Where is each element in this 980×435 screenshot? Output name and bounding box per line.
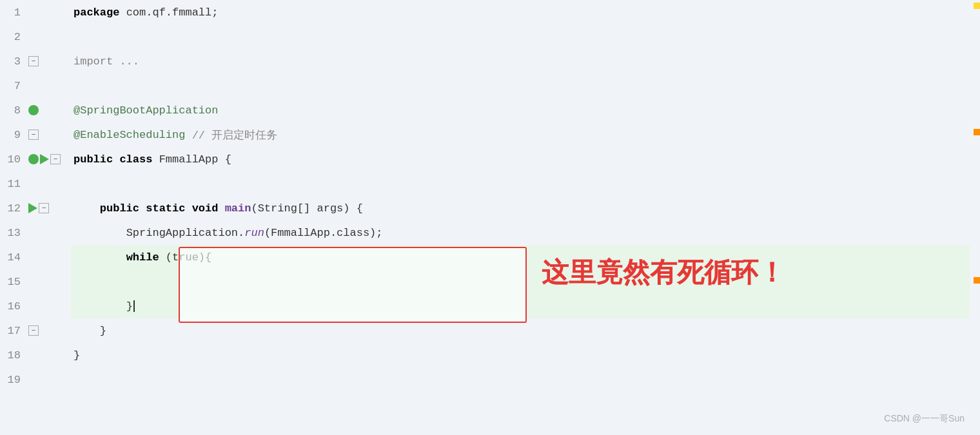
gutter-row: 14 xyxy=(0,245,71,269)
code-token: import ... xyxy=(74,55,139,68)
scrollbar[interactable] xyxy=(970,0,980,435)
code-token: } xyxy=(126,300,133,313)
line-number: 17 xyxy=(0,325,26,337)
gutter-row: 16 xyxy=(0,294,71,318)
gutter-icons xyxy=(26,105,58,115)
code-line: public static void main(String[] args) { xyxy=(71,196,970,220)
gutter-row: 8 xyxy=(0,98,71,122)
run-arrow-icon[interactable] xyxy=(40,154,49,164)
code-token: (FmmallApp.class); xyxy=(264,227,383,239)
indent xyxy=(74,325,100,337)
gutter-icons: − xyxy=(26,203,58,213)
gutter-row: 9− xyxy=(0,122,71,147)
code-line xyxy=(71,73,970,98)
gutter-row: 10− xyxy=(0,147,71,171)
code-line xyxy=(71,367,970,392)
code-token: @SpringBootApplication xyxy=(74,104,218,117)
code-area[interactable]: package com.qf.fmmall;import ...@SpringB… xyxy=(71,0,970,435)
code-token: @EnableScheduling xyxy=(74,129,192,141)
code-line xyxy=(71,269,970,294)
line-number: 15 xyxy=(0,276,26,288)
code-line: @SpringBootApplication xyxy=(71,98,970,122)
line-number: 9 xyxy=(0,129,26,141)
code-line xyxy=(71,24,970,49)
gutter-row: 11 xyxy=(0,171,71,196)
code-token: public static void xyxy=(100,202,225,215)
gutter-row: 19 xyxy=(0,367,71,392)
run-indicator-icon[interactable] xyxy=(28,154,39,164)
line-number: 16 xyxy=(0,300,26,313)
fold-icon[interactable]: − xyxy=(50,154,61,164)
code-token: SpringApplication. xyxy=(126,227,245,239)
code-token: main xyxy=(225,202,251,215)
code-token: (String[] args) { xyxy=(251,202,362,215)
code-line: SpringApplication.run(FmmallApp.class); xyxy=(71,220,970,245)
code-token: FmmallApp { xyxy=(159,153,231,166)
line-number: 1 xyxy=(0,6,26,19)
indent xyxy=(74,202,100,215)
run-arrow-icon[interactable] xyxy=(28,203,37,213)
attribution-text: CSDN @一一哥Sun xyxy=(884,413,965,425)
code-token: com.qf.fmmall; xyxy=(126,6,219,19)
gutter-icons: − xyxy=(26,154,58,164)
run-indicator-icon[interactable] xyxy=(28,105,39,115)
line-number: 10 xyxy=(0,153,26,166)
code-line: package com.qf.fmmall; xyxy=(71,0,970,24)
code-token: (true){ xyxy=(166,251,211,264)
fold-icon[interactable]: − xyxy=(28,56,39,66)
indent xyxy=(74,251,126,264)
code-token: run xyxy=(244,227,264,239)
editor-container: 123−789−10−1112−1314151617−1819 package … xyxy=(0,0,980,435)
gutter-icons: − xyxy=(26,56,58,66)
code-token: package xyxy=(74,6,126,19)
line-number: 8 xyxy=(0,104,26,117)
code-token: // 开启定时任务 xyxy=(192,128,278,142)
code-line: import ... xyxy=(71,49,970,73)
chinese-annotation: 这里竟然有死循环！ xyxy=(542,255,785,291)
line-gutter: 123−789−10−1112−1314151617−1819 xyxy=(0,0,71,435)
line-number: 2 xyxy=(0,31,26,43)
line-number: 12 xyxy=(0,202,26,215)
code-line: @EnableScheduling // 开启定时任务 xyxy=(71,122,970,147)
gutter-row: 13 xyxy=(0,220,71,245)
code-line: } xyxy=(71,294,970,318)
gutter-row: 1 xyxy=(0,0,71,24)
line-number: 7 xyxy=(0,80,26,92)
gutter-row: 18 xyxy=(0,343,71,367)
line-number: 13 xyxy=(0,227,26,239)
code-line: while (true){ xyxy=(71,245,970,269)
fold-icon[interactable]: − xyxy=(28,325,39,336)
line-number: 3 xyxy=(0,55,26,68)
scroll-marker-mid2 xyxy=(974,277,980,284)
code-token: while xyxy=(126,251,166,264)
code-token: } xyxy=(74,349,80,362)
code-line: } xyxy=(71,343,970,367)
code-line xyxy=(71,171,970,196)
code-token: public class xyxy=(74,153,159,166)
text-cursor xyxy=(133,300,135,312)
gutter-icons: − xyxy=(26,325,58,336)
gutter-row: 3− xyxy=(0,49,71,73)
code-line: } xyxy=(71,318,970,343)
code-line: public class FmmallApp { xyxy=(71,147,970,171)
scroll-marker-top xyxy=(974,3,980,9)
gutter-row: 2 xyxy=(0,24,71,49)
scroll-marker-mid xyxy=(974,129,980,135)
gutter-row: 12− xyxy=(0,196,71,220)
gutter-icons: − xyxy=(26,130,58,140)
line-number: 18 xyxy=(0,349,26,362)
indent xyxy=(74,227,126,239)
fold-icon[interactable]: − xyxy=(28,130,39,140)
line-number: 14 xyxy=(0,251,26,264)
gutter-row: 17− xyxy=(0,318,71,343)
fold-icon[interactable]: − xyxy=(39,203,49,213)
gutter-row: 7 xyxy=(0,73,71,98)
line-number: 11 xyxy=(0,178,26,190)
code-token: } xyxy=(100,325,106,337)
gutter-row: 15 xyxy=(0,269,71,294)
indent xyxy=(74,300,126,313)
line-number: 19 xyxy=(0,374,26,386)
